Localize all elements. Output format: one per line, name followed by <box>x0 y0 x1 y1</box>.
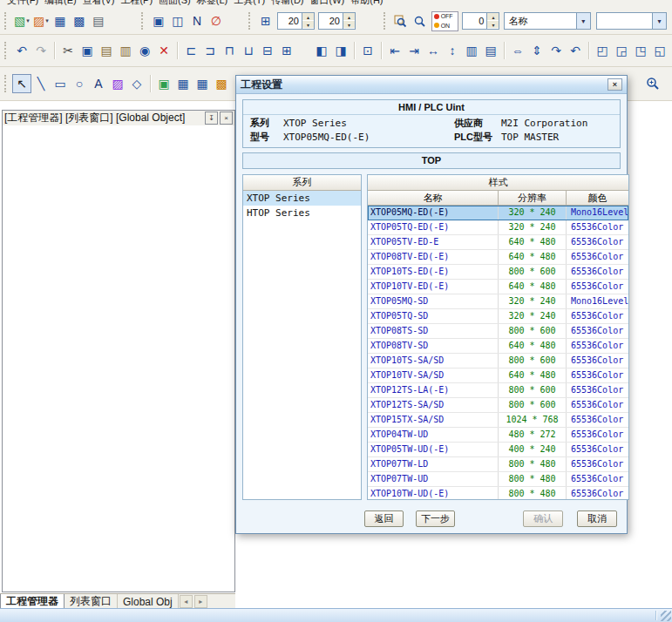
spinner-down-icon[interactable]: ▾ <box>343 21 355 29</box>
align-objects-left-icon[interactable]: ⇤ <box>385 41 404 60</box>
off-on-state-toggle[interactable]: OFF ON <box>431 11 459 31</box>
back-button[interactable]: 返回 <box>364 510 404 527</box>
copy-icon[interactable]: ▣ <box>78 41 97 60</box>
name-combobox[interactable]: 名称 ▾ <box>504 12 590 30</box>
zoom-area-icon[interactable] <box>391 11 411 30</box>
align-objects-right-icon[interactable]: ⇥ <box>404 41 424 60</box>
same-size-icon[interactable]: ⊞ <box>277 41 296 60</box>
flip-horizontal-icon[interactable]: ⇔ <box>508 41 527 60</box>
grid-settings-icon[interactable]: ⊞ <box>256 11 275 30</box>
tab-scroll-right-icon[interactable]: ▸ <box>194 595 207 608</box>
table-object-icon[interactable]: ▦ <box>193 74 212 93</box>
palette-icon[interactable]: ▩ <box>212 74 231 93</box>
spinner-up-icon[interactable]: ▴ <box>302 13 314 21</box>
style-row[interactable]: XTOP10TV-ED(-E)640 * 48065536Color <box>368 280 628 294</box>
rect-tool-icon[interactable]: ▭ <box>51 74 70 93</box>
paste-icon[interactable]: ▤ <box>97 41 116 60</box>
spinner-down-icon[interactable]: ▾ <box>302 21 314 29</box>
style-row[interactable]: XTOP08TV-SD640 * 48065536Color <box>368 339 628 354</box>
toolbar-grip[interactable] <box>4 12 9 30</box>
style-row[interactable]: XTOP05TQ-ED(-E)320 * 24065536Color <box>368 220 628 235</box>
align-top-icon[interactable]: ⊓ <box>220 41 239 60</box>
prev-screen-icon[interactable]: ◧ <box>312 41 331 60</box>
polygon-tool-icon[interactable]: ◇ <box>127 74 146 93</box>
undo-icon[interactable]: ↶ <box>12 41 31 60</box>
new-project-icon[interactable]: ▧▾ <box>12 11 31 30</box>
find-icon[interactable]: ◉ <box>135 41 154 60</box>
menu-item[interactable]: 传输(D) <box>271 0 303 7</box>
style-row[interactable]: XTOP10TV-SA/SD640 * 48065536Color <box>368 368 628 383</box>
project-tree-area[interactable] <box>3 125 234 592</box>
series-item[interactable]: XTOP Series <box>243 191 361 206</box>
screen-grid-icon[interactable]: ⊡ <box>358 41 377 60</box>
menu-item[interactable]: 工程(P) <box>120 0 153 7</box>
align-objects-middle-icon[interactable]: ↕ <box>443 41 462 60</box>
spinner-up-icon[interactable]: ▴ <box>487 13 499 21</box>
menu-item[interactable]: 编辑(E) <box>44 0 77 7</box>
toolbar-grip[interactable] <box>248 12 253 30</box>
close-icon[interactable]: × <box>220 112 233 125</box>
next-button[interactable]: 下一步 <box>416 510 455 527</box>
style-row[interactable]: XTOP15TX-SA/SD1024 * 76865536Color <box>368 413 628 428</box>
bottom-tab[interactable]: 列表窗口 <box>64 594 118 609</box>
cancel-button[interactable]: 取消 <box>577 510 617 527</box>
style-row[interactable]: XTOP05TW-UD(-E)400 * 24065536Color <box>368 443 628 457</box>
menu-item[interactable]: 画面(S) <box>159 0 191 7</box>
menu-item[interactable]: 查看(V) <box>83 0 115 7</box>
rotate-left-icon[interactable]: ↶ <box>566 41 585 60</box>
style-row[interactable]: XTOP07TW-LD800 * 48065536Color <box>368 457 628 472</box>
zoom-select-icon[interactable] <box>411 11 430 30</box>
redo-icon[interactable]: ↷ <box>31 41 51 60</box>
open-screen-icon[interactable]: ◫ <box>168 11 187 30</box>
send-backward-icon[interactable]: ◱ <box>650 41 669 60</box>
bring-forward-icon[interactable]: ◳ <box>631 41 650 60</box>
style-row[interactable]: XTOP05MQ-ED(-E)320 * 240Mono16Level <box>368 206 628 220</box>
zoom-in-icon[interactable] <box>643 74 662 93</box>
resize-grip[interactable] <box>661 611 671 621</box>
grid-width-stepper[interactable]: 20 ▴▾ <box>277 12 315 30</box>
style-row[interactable]: XTOP04TW-UD480 * 27265536Color <box>368 428 628 443</box>
bottom-tab[interactable]: 工程管理器 <box>0 594 64 609</box>
new-screen-icon[interactable]: ▣ <box>149 11 168 30</box>
series-item[interactable]: HTOP Series <box>243 206 361 220</box>
dialog-close-button[interactable]: × <box>608 78 622 91</box>
align-bottom-icon[interactable]: ⊔ <box>239 41 258 60</box>
menu-item[interactable]: 文件(F) <box>7 0 38 7</box>
flip-vertical-icon[interactable]: ⇕ <box>527 41 546 60</box>
image-tool-icon[interactable]: ▣ <box>154 74 173 93</box>
ok-button[interactable]: 确认 <box>523 510 563 527</box>
chevron-down-icon[interactable]: ▾ <box>652 13 666 29</box>
toolbar-grip[interactable] <box>141 12 146 30</box>
open-project-icon[interactable]: ▨▾ <box>31 11 51 30</box>
style-row[interactable]: XTOP10TS-SA/SD800 * 60065536Color <box>368 354 628 368</box>
toolbar-grip[interactable] <box>4 42 9 59</box>
style-row[interactable]: XTOP05MQ-SD320 * 240Mono16Level <box>368 294 628 309</box>
save-all-icon[interactable]: ▩ <box>70 11 89 30</box>
style-row[interactable]: XTOP10TW-UD(-E)800 * 48065536Color <box>368 487 628 499</box>
bring-front-icon[interactable]: ◰ <box>593 41 612 60</box>
bottom-tab[interactable]: Global Obj <box>118 594 179 609</box>
grid-height-stepper[interactable]: 20 ▴▾ <box>318 12 356 30</box>
cut-icon[interactable]: ✂ <box>58 41 78 60</box>
pin-icon[interactable]: ↧ <box>205 112 218 125</box>
dialog-title-bar[interactable]: 工程设置 × <box>236 76 627 94</box>
spinner-down-icon[interactable]: ▾ <box>487 21 499 29</box>
toolbar-grip[interactable] <box>4 75 9 92</box>
distribute-horizontal-icon[interactable]: ▥ <box>462 41 481 60</box>
style-row[interactable]: XTOP05TQ-SD320 * 24065536Color <box>368 309 628 324</box>
align-right-icon[interactable]: ⊐ <box>200 41 220 60</box>
style-row[interactable]: XTOP12TS-SA/SD800 * 60065536Color <box>368 398 628 413</box>
send-back-icon[interactable]: ◲ <box>612 41 631 60</box>
style-row[interactable]: XTOP07TW-UD800 * 48065536Color <box>368 472 628 487</box>
toolbar-grip[interactable] <box>384 12 388 30</box>
letter-n-icon[interactable]: N <box>187 11 207 30</box>
style-row[interactable]: XTOP08TS-SD800 * 60065536Color <box>368 324 628 339</box>
style-row[interactable]: XTOP05TV-ED-E640 * 48065536Color <box>368 235 628 250</box>
column-header[interactable]: 分辨率 <box>499 191 567 206</box>
style-row[interactable]: XTOP12TS-LA(-E)800 * 60065536Color <box>368 383 628 398</box>
menu-item[interactable]: 窗口(W) <box>310 0 345 7</box>
align-objects-center-icon[interactable]: ↔ <box>424 41 443 60</box>
style-row[interactable]: XTOP10TS-ED(-E)800 * 60065536Color <box>368 265 628 280</box>
state-level-stepper[interactable]: 0 ▴▾ <box>462 12 499 30</box>
secondary-combobox[interactable]: ▾ <box>596 12 667 30</box>
